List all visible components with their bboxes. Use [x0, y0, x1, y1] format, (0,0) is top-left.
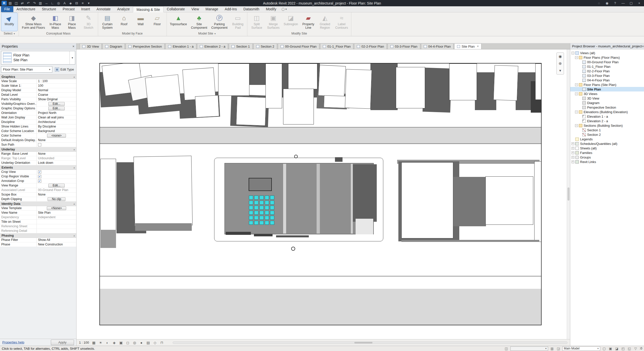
ribbon-tab-collaborate[interactable]: Collaborate: [164, 6, 188, 12]
building[interactable]: [494, 65, 518, 101]
property-value-button[interactable]: No clip: [48, 197, 65, 201]
visual-style-icon[interactable]: ▦: [91, 341, 96, 345]
view-tab-close-icon[interactable]: ×: [477, 45, 479, 48]
shadows-icon[interactable]: ◐: [105, 341, 110, 345]
skylight-cell[interactable]: [270, 211, 274, 215]
default-3d-view-icon[interactable]: ◈: [68, 1, 73, 6]
ribbon-tab-analyze[interactable]: Analyze: [114, 6, 133, 12]
design-options-select[interactable]: Main Model▾: [562, 346, 600, 351]
skylight-cell[interactable]: [249, 206, 253, 210]
survey-point-marker[interactable]: [291, 247, 295, 251]
tree-item-sheets-all[interactable]: +Sheets (all): [570, 146, 644, 150]
view-tab-section-2[interactable]: Section 2: [253, 43, 277, 49]
horizontal-scrollbar[interactable]: [173, 341, 567, 344]
property-value[interactable]: Edit...: [37, 183, 76, 188]
roof-edge[interactable]: [276, 235, 309, 237]
view-tab-site-plan[interactable]: Site Plan×: [454, 43, 481, 49]
skylight-cell[interactable]: [254, 206, 258, 210]
road-upper[interactable]: [100, 127, 542, 144]
road-upper-edge[interactable]: [100, 143, 542, 144]
properties-filter-select[interactable]: Floor Plan: Site Plan ▾: [1, 66, 52, 73]
shadow[interactable]: [370, 63, 398, 110]
autodesk-account-icon[interactable]: ◉: [603, 1, 611, 6]
reveal-hidden-elements-icon[interactable]: ●: [139, 341, 144, 345]
ribbon-button-in-place-mass[interactable]: ◧In-Place Mass: [47, 13, 63, 31]
building[interactable]: [266, 63, 282, 108]
tree-item-schedules-quantities-all[interactable]: +Schedules/Quantities (all): [570, 141, 644, 146]
tree-item-views-all[interactable]: −Views (all): [570, 51, 644, 55]
skylight-cell[interactable]: [270, 201, 274, 205]
tree-item-elevations-building-elevation[interactable]: −Elevations (Building Elevation): [570, 110, 644, 114]
property-value[interactable]: ✔: [37, 179, 76, 183]
property-value[interactable]: ✔: [37, 174, 76, 179]
ribbon-button-show-mass-form-and-floors[interactable]: ◆Show Mass Form and Floors: [20, 13, 47, 31]
expand-icon[interactable]: +: [572, 142, 574, 145]
building[interactable]: [195, 95, 219, 118]
properties-close-icon[interactable]: ×: [72, 44, 74, 48]
property-value[interactable]: Site Plan: [37, 211, 76, 215]
site-point-marker[interactable]: [294, 155, 298, 158]
view-tab-diagram[interactable]: Diagram: [102, 43, 125, 49]
tree-item-01-1-floor-plan[interactable]: 01-1_Floor Plan: [570, 64, 644, 69]
property-value[interactable]: Architectural: [37, 120, 76, 124]
skylight-cell[interactable]: [259, 221, 264, 225]
save-icon[interactable]: ◫: [14, 1, 19, 6]
collapse-icon[interactable]: −: [575, 56, 578, 59]
skylight-cell[interactable]: [249, 216, 253, 220]
museum-roof-gap[interactable]: [283, 164, 286, 234]
ribbon-tab-insert[interactable]: Insert: [78, 6, 93, 12]
expand-icon[interactable]: +: [572, 147, 574, 150]
tree-item-sections-building-section[interactable]: −Sections (Building Section): [570, 123, 644, 128]
ribbon-tab-precast[interactable]: Precast: [59, 6, 78, 12]
skylight-cell[interactable]: [259, 211, 264, 215]
property-value[interactable]: None: [37, 193, 76, 197]
tree-item-00-ground-floor-plan[interactable]: 00-Ground Floor Plan: [570, 60, 644, 64]
museum-roof-gap[interactable]: [351, 164, 353, 234]
collapse-icon[interactable]: −: [575, 92, 578, 95]
building[interactable]: [401, 162, 453, 238]
museum-court[interactable]: [356, 219, 373, 234]
skylight-cell[interactable]: [249, 211, 253, 215]
skylight-cell[interactable]: [259, 206, 264, 210]
select-underlay-elements-toggle[interactable]: ▣: [608, 347, 613, 350]
tree-item-revit-links[interactable]: +Revit Links: [570, 159, 644, 164]
property-value-button[interactable]: Edit...: [48, 184, 65, 187]
ribbon-button-curtain-system[interactable]: ▤Curtain System: [99, 13, 116, 31]
skylight-cell[interactable]: [254, 201, 258, 205]
building[interactable]: [100, 159, 116, 232]
section-icon[interactable]: ⊟: [74, 1, 79, 6]
view-tab-elevation-1-a[interactable]: Elevation 1 - a: [165, 43, 196, 49]
tree-item-legends[interactable]: Legends: [570, 137, 644, 141]
view-tab-00-ground-floor-plan[interactable]: 00-Ground Floor Plan: [278, 43, 319, 49]
skylight-cell[interactable]: [254, 196, 258, 200]
sync-icon[interactable]: ⇄: [20, 1, 25, 6]
skylight-cell[interactable]: [254, 216, 258, 220]
help-icon[interactable]: ?: [611, 1, 619, 6]
property-checkbox[interactable]: ✔: [38, 170, 41, 174]
tree-item-04-4-floor-plan[interactable]: 04-4-Floor Plan: [570, 78, 644, 82]
revit-logo[interactable]: R: [2, 1, 7, 6]
skylight-cell[interactable]: [265, 201, 269, 205]
property-value-button[interactable]: <none>: [47, 134, 66, 138]
property-value[interactable]: Background: [37, 129, 76, 133]
skylight-cell[interactable]: [265, 211, 269, 215]
hide-analytical-model-icon[interactable]: ◇: [153, 341, 158, 345]
shadow[interactable]: [453, 177, 486, 226]
apply-button[interactable]: Apply: [51, 340, 74, 345]
property-value[interactable]: Coarse: [37, 93, 76, 97]
expand-icon[interactable]: +: [572, 151, 574, 154]
property-section-phasing[interactable]: Phasing▴: [0, 233, 76, 238]
reveal-constraints-icon[interactable]: ⊓: [159, 341, 164, 345]
roof-edge[interactable]: [226, 232, 251, 235]
skylight-cell[interactable]: [265, 206, 269, 210]
ribbon-tab-structure[interactable]: Structure: [39, 6, 59, 12]
tree-item-elevation-2-a[interactable]: Elevation 2 - a: [570, 119, 644, 123]
building[interactable]: [236, 97, 266, 126]
properties-help-link[interactable]: Properties help: [2, 340, 24, 344]
ribbon-display-toggle[interactable]: ◯▾: [280, 6, 289, 12]
ribbon-button-wall[interactable]: ▬Wall: [133, 13, 149, 31]
shadow[interactable]: [475, 72, 496, 110]
ribbon-button-modify[interactable]: ▶Modify: [1, 13, 17, 31]
property-value[interactable]: <None>: [37, 206, 76, 210]
property-value[interactable]: Show Original: [37, 97, 76, 102]
